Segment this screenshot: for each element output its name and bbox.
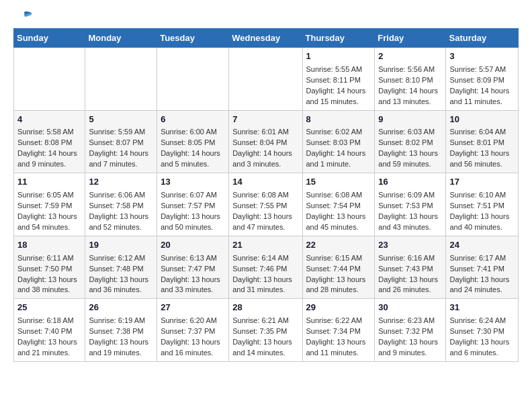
cell-text-line: and 11 minutes. [449, 97, 515, 107]
cell-text-line: Sunset: 8:11 PM [306, 75, 371, 86]
cell-text-line: and 15 minutes. [306, 97, 371, 107]
cell-text-line: Sunset: 7:55 PM [232, 201, 298, 212]
calendar-cell: 10Sunrise: 6:04 AMSunset: 8:01 PMDayligh… [446, 110, 519, 173]
cell-date: 19 [89, 239, 153, 252]
calendar-cell: 7Sunrise: 6:01 AMSunset: 8:04 PMDaylight… [229, 110, 302, 173]
cell-text-line: Daylight: 13 hours [89, 275, 153, 285]
cell-text-line: Sunrise: 6:15 AM [306, 253, 371, 264]
cell-text-line: and 13 minutes. [378, 97, 442, 107]
cell-content: 11Sunrise: 6:05 AMSunset: 7:59 PMDayligh… [17, 176, 81, 233]
cell-text-line: Sunrise: 6:21 AM [232, 316, 298, 326]
calendar-cell: 2Sunrise: 5:56 AMSunset: 8:10 PMDaylight… [375, 48, 446, 111]
cell-content: 21Sunrise: 6:14 AMSunset: 7:46 PMDayligh… [232, 239, 298, 296]
cell-text-line: Sunset: 8:08 PM [17, 138, 81, 148]
calendar-cell: 23Sunrise: 6:16 AMSunset: 7:43 PMDayligh… [375, 236, 446, 299]
cell-text-line: Sunrise: 6:07 AM [161, 190, 225, 201]
cell-text-line: and 26 minutes. [378, 285, 442, 295]
cell-date: 17 [449, 176, 515, 189]
calendar-week-row: 11Sunrise: 6:05 AMSunset: 7:59 PMDayligh… [14, 173, 519, 236]
cell-content: 29Sunrise: 6:22 AMSunset: 7:34 PMDayligh… [306, 302, 371, 359]
cell-text-line: Daylight: 14 hours [89, 148, 153, 159]
cell-text-line: Sunset: 7:59 PM [17, 201, 81, 212]
cell-text-line: Sunset: 7:34 PM [306, 326, 371, 337]
cell-text-line: Daylight: 13 hours [89, 337, 153, 348]
calendar-cell [14, 48, 85, 111]
calendar-cell: 16Sunrise: 6:09 AMSunset: 7:53 PMDayligh… [375, 173, 446, 236]
cell-text-line: and 19 minutes. [89, 348, 153, 359]
cell-text-line: and 6 minutes. [449, 348, 515, 359]
cell-text-line: Daylight: 13 hours [449, 337, 515, 348]
cell-text-line: and 59 minutes. [378, 159, 442, 170]
cell-date: 25 [17, 302, 81, 314]
cell-text-line: Sunset: 8:07 PM [89, 138, 153, 148]
cell-content: 14Sunrise: 6:08 AMSunset: 7:55 PMDayligh… [232, 176, 298, 233]
cell-date: 12 [89, 176, 153, 189]
cell-text-line: Sunrise: 5:58 AM [17, 127, 81, 138]
col-thursday: Thursday [302, 29, 375, 48]
cell-text-line: and 36 minutes. [89, 285, 153, 295]
calendar-cell: 4Sunrise: 5:58 AMSunset: 8:08 PMDaylight… [14, 110, 85, 173]
cell-text-line: and 43 minutes. [378, 222, 442, 233]
cell-date: 10 [449, 113, 515, 126]
cell-text-line: Sunrise: 6:22 AM [306, 316, 371, 326]
cell-date: 4 [17, 113, 81, 126]
cell-text-line: Sunrise: 6:23 AM [378, 316, 442, 326]
cell-text-line: and 56 minutes. [449, 159, 515, 170]
col-tuesday: Tuesday [157, 29, 229, 48]
cell-text-line: Sunrise: 5:55 AM [306, 64, 371, 75]
cell-text-line: Sunrise: 6:08 AM [306, 190, 371, 201]
cell-text-line: Sunset: 7:50 PM [17, 264, 81, 275]
cell-content: 31Sunrise: 6:24 AMSunset: 7:30 PMDayligh… [449, 302, 515, 359]
calendar-cell: 8Sunrise: 6:02 AMSunset: 8:03 PMDaylight… [302, 110, 375, 173]
cell-content: 4Sunrise: 5:58 AMSunset: 8:08 PMDaylight… [17, 113, 81, 171]
cell-text-line: and 33 minutes. [161, 285, 225, 295]
cell-text-line: Daylight: 14 hours [378, 86, 442, 97]
calendar-cell: 31Sunrise: 6:24 AMSunset: 7:30 PMDayligh… [446, 299, 519, 362]
cell-date: 5 [89, 113, 153, 126]
cell-text-line: Sunset: 7:35 PM [232, 326, 298, 337]
cell-date: 11 [17, 176, 81, 189]
cell-text-line: Sunrise: 6:12 AM [89, 253, 153, 264]
cell-text-line: Sunrise: 6:05 AM [17, 190, 81, 201]
cell-content: 30Sunrise: 6:23 AMSunset: 7:32 PMDayligh… [378, 302, 442, 359]
calendar-week-row: 18Sunrise: 6:11 AMSunset: 7:50 PMDayligh… [14, 236, 519, 299]
calendar-cell: 12Sunrise: 6:06 AMSunset: 7:58 PMDayligh… [85, 173, 157, 236]
header [13, 11, 519, 23]
calendar-cell: 17Sunrise: 6:10 AMSunset: 7:51 PMDayligh… [446, 173, 519, 236]
cell-text-line: and 45 minutes. [306, 222, 371, 233]
cell-content: 18Sunrise: 6:11 AMSunset: 7:50 PMDayligh… [17, 239, 81, 296]
cell-content: 9Sunrise: 6:03 AMSunset: 8:02 PMDaylight… [378, 113, 442, 171]
cell-content: 27Sunrise: 6:20 AMSunset: 7:37 PMDayligh… [161, 302, 225, 359]
cell-content: 23Sunrise: 6:16 AMSunset: 7:43 PMDayligh… [378, 239, 442, 296]
calendar-cell: 27Sunrise: 6:20 AMSunset: 7:37 PMDayligh… [157, 299, 229, 362]
cell-text-line: Daylight: 13 hours [449, 148, 515, 159]
cell-text-line: Daylight: 13 hours [378, 212, 442, 222]
calendar-cell: 9Sunrise: 6:03 AMSunset: 8:02 PMDaylight… [375, 110, 446, 173]
cell-text-line: Sunset: 7:44 PM [306, 264, 371, 275]
cell-text-line: Daylight: 14 hours [161, 148, 225, 159]
cell-text-line: Daylight: 13 hours [17, 337, 81, 348]
cell-content: 17Sunrise: 6:10 AMSunset: 7:51 PMDayligh… [449, 176, 515, 233]
cell-text-line: Sunrise: 6:17 AM [449, 253, 515, 264]
cell-text-line: Sunset: 8:03 PM [306, 138, 371, 148]
cell-text-line: Daylight: 13 hours [449, 275, 515, 285]
cell-content: 10Sunrise: 6:04 AMSunset: 8:01 PMDayligh… [449, 113, 515, 171]
col-friday: Friday [375, 29, 446, 48]
cell-date: 29 [306, 302, 371, 314]
cell-text-line: and 3 minutes. [232, 159, 298, 170]
col-monday: Monday [85, 29, 157, 48]
cell-text-line: Sunset: 7:41 PM [449, 264, 515, 275]
calendar-cell: 14Sunrise: 6:08 AMSunset: 7:55 PMDayligh… [229, 173, 302, 236]
cell-date: 3 [449, 50, 515, 63]
cell-text-line: Sunrise: 6:13 AM [161, 253, 225, 264]
cell-date: 31 [449, 302, 515, 314]
cell-text-line: Sunset: 7:32 PM [378, 326, 442, 337]
cell-text-line: Sunset: 7:51 PM [449, 201, 515, 212]
cell-date: 14 [232, 176, 298, 189]
cell-text-line: Sunrise: 6:08 AM [232, 190, 298, 201]
cell-date: 7 [232, 113, 298, 126]
cell-text-line: Daylight: 13 hours [161, 212, 225, 222]
calendar-cell: 6Sunrise: 6:00 AMSunset: 8:05 PMDaylight… [157, 110, 229, 173]
calendar-cell: 1Sunrise: 5:55 AMSunset: 8:11 PMDaylight… [302, 48, 375, 111]
calendar-cell: 11Sunrise: 6:05 AMSunset: 7:59 PMDayligh… [14, 173, 85, 236]
